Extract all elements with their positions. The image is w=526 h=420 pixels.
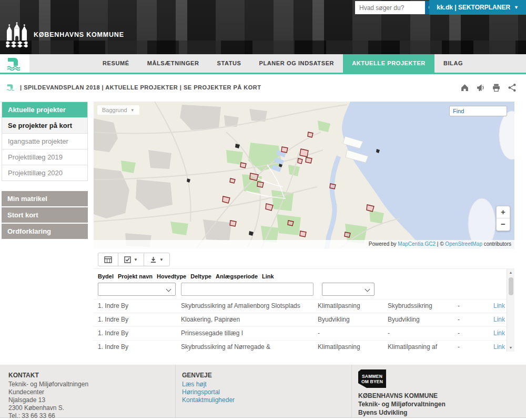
footer-contact: KONTAKT Teknik- og MiljøforvaltningenKun…: [0, 365, 175, 417]
bydel-filter-select[interactable]: [98, 283, 176, 296]
cell-deltype: Klimatilpasning af: [383, 341, 453, 352]
cell-hovedtype: Byudvikling: [313, 313, 383, 326]
table-filter-row: [94, 283, 514, 296]
home-icon[interactable]: [460, 83, 469, 92]
sidebar-header-aktuelle-projekter[interactable]: Aktuelle projekter: [2, 102, 87, 117]
table-row: 1. Indre By Kloakering, Papirøen Byudvik…: [94, 313, 514, 326]
column-header: Bydel: [94, 273, 114, 279]
cell-hovedtype: Klimatilpasning: [313, 341, 383, 352]
badge-line1: SAMMEN: [362, 374, 382, 379]
sidebar: Aktuelle projekter Se projekter på kortI…: [0, 102, 94, 352]
map-zoom-control: + −: [496, 206, 510, 231]
chevron-down-icon: ▼: [130, 108, 135, 113]
page: KØBENHAVNS KOMMUNE kk.dk | SEKTORPLANER …: [0, 0, 526, 420]
sektorplaner-label: kk.dk | SEKTORPLANER: [437, 4, 510, 11]
contact-title: KONTAKT: [8, 372, 175, 379]
cell-bydel: 1. Indre By: [94, 327, 177, 340]
cell-deltype: -: [383, 327, 453, 340]
projekt-navn-filter-input[interactable]: [181, 283, 313, 296]
org-line: Teknik- og Miljøforvaltningen: [358, 400, 526, 408]
nav-tab[interactable]: AKTUELLE PROJEKTER: [343, 54, 434, 73]
sidebar-item[interactable]: Igangsatte projekter: [2, 133, 87, 149]
chevron-down-icon: ▼: [514, 5, 519, 10]
contact-lines: Teknik- og MiljøforvaltningenKundecenter…: [8, 381, 175, 420]
contact-line: Kundecenter: [8, 388, 175, 396]
cell-projekt-navn: Skybrudssikring af Amalienborg Slotsplad…: [177, 299, 313, 313]
breadcrumb-row: | SPILDEVANDSPLAN 2018 | AKTUELLE PROJEK…: [0, 74, 526, 101]
main-nav: RESUMÉMÅLSÆTNINGERSTATUSPLANER OG INDSAT…: [0, 54, 526, 74]
map-canvas[interactable]: Baggrund ▼ + − Powered by MapCentia GC2 …: [94, 102, 514, 249]
map-drawing: [94, 102, 514, 249]
table-body: 1. Indre By Skybrudssikring af Amalienbo…: [94, 299, 514, 352]
nav-tab[interactable]: BILAG: [434, 54, 472, 73]
cell-projekt-navn: Kloakering, Papirøen: [177, 313, 313, 326]
contact-line: Teknik- og Miljøforvaltningen: [8, 381, 175, 388]
footer-link[interactable]: Kontaktmuligheder: [182, 396, 351, 404]
cell-deltype: Skybrudssikring: [383, 299, 453, 313]
nav-tab[interactable]: MÅLSÆTNINGER: [138, 54, 208, 73]
wastewater-pipe-icon: [6, 57, 23, 71]
cell-bydel: 1. Indre By: [94, 341, 177, 352]
cell-bydel: 1. Indre By: [94, 313, 177, 326]
attribution-text: Powered by: [369, 241, 398, 247]
mapcentia-link[interactable]: MapCentia GC2: [398, 241, 436, 247]
table-row: 1. Indre By Skybrudssikring af Nørregade…: [94, 340, 514, 352]
sidebar-tool-button[interactable]: Stort kort: [2, 207, 88, 223]
main-content: Aktuelle projekter Se projekter på kortI…: [0, 102, 526, 352]
sidebar-tool-button[interactable]: Ordforklaring: [2, 224, 88, 239]
column-header: Hovedtype: [153, 273, 186, 279]
cell-anlaegsperiode: -: [453, 299, 489, 313]
footer: KONTAKT Teknik- og MiljøforvaltningenKun…: [0, 365, 526, 417]
footer-link[interactable]: Læs højt: [182, 381, 351, 388]
hovedtype-filter-select[interactable]: [322, 283, 375, 296]
sidebar-item[interactable]: Se projekter på kort: [2, 117, 87, 133]
projects-table: BydelProjekt navnHovedtypeDeltypeAnlægsp…: [94, 268, 514, 352]
footer-shortcuts: GENVEJE Læs højtHøringsportalKontaktmuli…: [175, 365, 351, 417]
nav-tab[interactable]: PLANER OG INDSATSER: [250, 54, 343, 73]
map-find-input[interactable]: [449, 106, 507, 116]
download-icon: [150, 256, 157, 263]
nav-tab[interactable]: STATUS: [208, 54, 250, 73]
read-aloud-icon[interactable]: [476, 83, 485, 92]
openstreetmap-link[interactable]: OpenStreetMap: [445, 241, 482, 247]
table-view-button[interactable]: [98, 253, 118, 266]
wastewater-pipe-small-icon: [6, 84, 16, 92]
scroll-down-icon[interactable]: ▼: [509, 344, 513, 352]
cell-projekt-navn: Prinsessegade tillæg I: [177, 327, 313, 340]
nav-items: RESUMÉMÅLSÆTNINGERSTATUSPLANER OG INDSAT…: [94, 54, 472, 73]
contact-line: Tel.: 33 66 33 66: [8, 412, 175, 420]
page-actions: [460, 83, 517, 92]
chevron-down-icon: ▼: [134, 257, 138, 262]
sidebar-item[interactable]: Projekttillæg 2020: [2, 165, 87, 181]
footer-link[interactable]: Høringsportal: [182, 388, 351, 396]
scrollbar-thumb[interactable]: [509, 277, 513, 295]
select-columns-button[interactable]: ▼: [118, 253, 144, 266]
print-icon[interactable]: [492, 83, 501, 92]
scroll-up-icon[interactable]: ▲: [509, 269, 513, 276]
share-icon[interactable]: [508, 83, 517, 92]
column-header: Anlægsperiode: [211, 273, 258, 279]
zoom-out-button[interactable]: −: [497, 218, 510, 231]
column-header: Projekt navn: [114, 273, 153, 279]
logo-text: KØBENHAVNS KOMMUNE: [34, 31, 124, 38]
sidebar-item[interactable]: Projekttillæg 2019: [2, 149, 87, 165]
chevron-down-icon: ▼: [159, 257, 164, 262]
search-input[interactable]: [355, 1, 425, 14]
download-button[interactable]: ▼: [144, 253, 170, 266]
baggrund-layer-dropdown[interactable]: Baggrund ▼: [97, 105, 139, 115]
sektorplaner-button[interactable]: kk.dk | SEKTORPLANER ▼: [429, 0, 526, 15]
copenhagen-crest-icon: [5, 21, 28, 48]
zoom-in-button[interactable]: +: [497, 206, 510, 218]
sidebar-tool-button[interactable]: Min matrikel: [2, 191, 88, 206]
cell-anlaegsperiode: -: [453, 341, 489, 352]
cell-hovedtype: -: [313, 327, 383, 340]
shortcut-links: Læs højtHøringsportalKontaktmuligheder: [182, 381, 351, 404]
table-scrollbar[interactable]: ▲ ▼: [507, 269, 514, 352]
table-row: 1. Indre By Skybrudssikring af Amalienbo…: [94, 299, 514, 313]
sectorplan-logo[interactable]: [0, 54, 29, 73]
attribution-separator: | ©: [436, 241, 445, 247]
contact-line: 2300 København S.: [8, 404, 175, 412]
badge-line2: OM BYEN: [361, 379, 383, 384]
site-search: [355, 1, 439, 14]
nav-tab[interactable]: RESUMÉ: [94, 54, 138, 73]
